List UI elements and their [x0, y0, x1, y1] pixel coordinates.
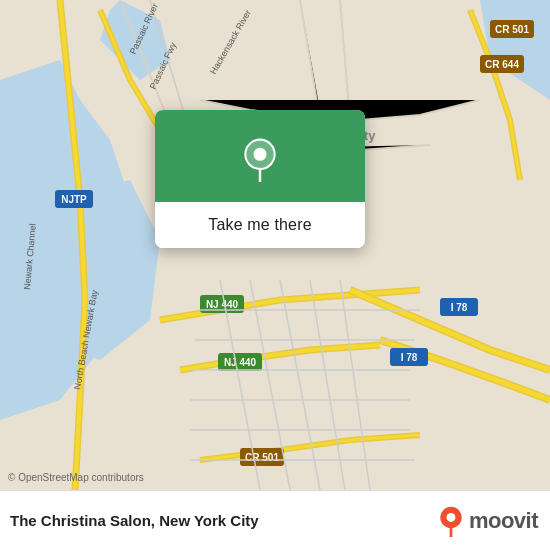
svg-point-43	[446, 513, 455, 522]
svg-point-41	[253, 148, 266, 161]
location-name: The Christina Salon, New York City	[10, 512, 259, 529]
moovit-pin-icon	[437, 505, 465, 537]
location-separator: ,	[151, 512, 159, 529]
moovit-text: moovit	[469, 508, 538, 534]
popup-green-area	[155, 110, 365, 202]
location-city-text: New York City	[159, 512, 258, 529]
svg-text:NJ 440: NJ 440	[224, 357, 257, 368]
svg-text:CR 501: CR 501	[495, 24, 529, 35]
bottom-bar: The Christina Salon, New York City moovi…	[0, 490, 550, 550]
svg-text:I 78: I 78	[401, 352, 418, 363]
svg-text:NJ 440: NJ 440	[206, 299, 239, 310]
svg-text:I 78: I 78	[451, 302, 468, 313]
moovit-logo: moovit	[437, 505, 538, 537]
svg-text:NJTP: NJTP	[61, 194, 87, 205]
svg-text:CR 501: CR 501	[245, 452, 279, 463]
take-me-there-button[interactable]: Take me there	[155, 202, 365, 248]
location-info: The Christina Salon, New York City	[10, 512, 259, 529]
svg-text:© OpenStreetMap contributors: © OpenStreetMap contributors	[8, 472, 144, 483]
location-pin-icon	[238, 138, 282, 182]
svg-text:CR 644: CR 644	[485, 59, 519, 70]
map-container: NJ 440 NJ 440 I 78 I 78 CR 501 CR 501 CR…	[0, 0, 550, 490]
popup-card: Take me there	[155, 110, 365, 248]
location-name-text: The Christina Salon	[10, 512, 151, 529]
